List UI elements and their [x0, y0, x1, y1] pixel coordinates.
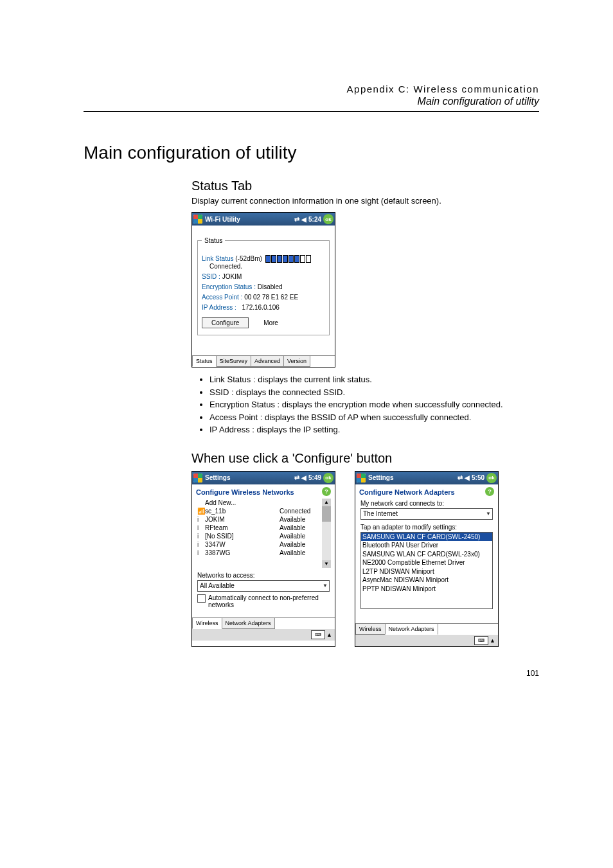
sip-up-icon[interactable]: ▲	[326, 632, 332, 638]
clock: 5:24	[308, 216, 321, 223]
list-item[interactable]: i3387WGAvailable	[196, 549, 322, 557]
titlebar: Wi-Fi Utility ⇄ ◀ 5:24 ok	[192, 213, 335, 226]
sip-up-icon[interactable]: ▲	[490, 637, 495, 644]
tab-status[interactable]: Status	[192, 356, 217, 367]
list-item[interactable]: Bluetooth PAN User Driver	[361, 541, 492, 550]
scroll-down-button[interactable]: ▼	[322, 560, 331, 568]
checkbox-icon	[197, 594, 206, 603]
status-tab-heading: Status Tab	[191, 179, 539, 193]
help-icon[interactable]: ?	[322, 487, 331, 496]
ap-label: Access Point :	[202, 294, 242, 301]
ok-button[interactable]: ok	[323, 473, 333, 483]
bullet-item: IP Address : displays the IP setting.	[209, 424, 539, 436]
configure-heading: When use click a 'Configure' button	[191, 451, 539, 466]
page-number: 101	[84, 669, 539, 678]
screenshot-network-adapters: Settings ⇄ ◀ 5:50 ok ? Configure Network…	[355, 471, 499, 647]
list-item[interactable]: L2TP NDISWAN Miniport	[361, 567, 492, 576]
page-title: Main configuration of utility	[84, 143, 539, 163]
section-title: Configure Wireless Networks	[192, 484, 335, 497]
network-icon: i	[197, 533, 205, 540]
list-item[interactable]: PPTP NDISWAN Miniport	[361, 585, 492, 594]
status-legend: Status	[202, 237, 225, 244]
header-subtitle: Main configuration of utility	[84, 96, 539, 107]
sip-bar: ⌨ ▲	[192, 629, 335, 641]
list-item[interactable]: iJOKIMAvailable	[196, 515, 322, 524]
window-title: Settings	[205, 474, 294, 481]
adapter-list[interactable]: SAMSUNG WLAN CF CARD(SWL-2450) Bluetooth…	[360, 532, 493, 609]
encryption-label: Encryption Status :	[202, 283, 256, 290]
auto-connect-checkbox[interactable]: Automatically connect to non-preferred n…	[197, 594, 330, 608]
scroll-up-button[interactable]: ▲	[322, 499, 331, 506]
tab-network-adapters[interactable]: Network Adapters	[385, 624, 438, 635]
configure-button[interactable]: Configure	[202, 317, 249, 328]
ok-button[interactable]: ok	[323, 214, 333, 224]
signal-bars-icon	[265, 255, 311, 263]
tab-wireless[interactable]: Wireless	[355, 624, 386, 635]
connects-to-dropdown[interactable]: The Internet	[360, 508, 493, 520]
window-title: Settings	[368, 474, 458, 481]
list-item[interactable]: i3347WAvailable	[196, 540, 322, 549]
ssid-value: JOKIM	[222, 273, 242, 280]
screenshot-wifi-utility: Wi-Fi Utility ⇄ ◀ 5:24 ok Status Link St…	[191, 212, 335, 368]
bullet-item: Link Status : displays the current link …	[209, 374, 539, 385]
clock: 5:49	[308, 474, 321, 481]
clock: 5:50	[472, 474, 484, 481]
tab-advanced[interactable]: Advanced	[251, 356, 284, 367]
tab-wireless[interactable]: Wireless	[192, 618, 222, 629]
ok-button[interactable]: ok	[486, 473, 497, 483]
speaker-icon[interactable]: ◀	[301, 474, 306, 481]
encryption-value: Disabled	[258, 283, 283, 290]
link-status-label: Link Status	[202, 255, 233, 262]
ssid-label: SSID :	[202, 273, 220, 280]
ip-value: 172.16.0.106	[242, 304, 280, 311]
network-icon: 📶	[197, 508, 205, 515]
bullet-item: SSID : displays the connected SSID.	[209, 387, 539, 398]
window-title: Wi-Fi Utility	[205, 216, 294, 223]
keyboard-icon[interactable]: ⌨	[474, 636, 488, 645]
ip-label: IP Address :	[202, 304, 236, 311]
status-frame: Status Link Status (-52dBm) Connected. S…	[197, 237, 330, 335]
speaker-icon[interactable]: ◀	[301, 216, 306, 223]
connectivity-icon[interactable]: ⇄	[458, 474, 463, 481]
network-icon: i	[197, 524, 205, 531]
bullet-item: Encryption Status : displays the encrypt…	[209, 399, 539, 411]
ap-value: 00 02 78 E1 62 EE	[244, 294, 298, 301]
list-item[interactable]: SAMSUNG WLAN CF CARD(SWL-23x0)	[361, 550, 492, 559]
start-flag-icon[interactable]	[193, 474, 202, 483]
signal-dbm: (-52dBm)	[235, 255, 262, 262]
network-icon: i	[197, 549, 205, 556]
connectivity-icon[interactable]: ⇄	[294, 216, 299, 223]
status-tab-lead: Display current connection information i…	[191, 196, 539, 206]
list-item[interactable]: SAMSUNG WLAN CF CARD(SWL-2450)	[361, 533, 492, 542]
appendix-title: Appendix C: Wireless communication	[84, 84, 539, 94]
connectivity-icon[interactable]: ⇄	[294, 474, 299, 481]
networks-to-access-dropdown[interactable]: All Available	[197, 580, 330, 592]
speaker-icon[interactable]: ◀	[465, 474, 470, 481]
networks-to-access-label: Networks to access:	[197, 572, 330, 579]
more-button[interactable]: More	[254, 318, 287, 328]
list-item[interactable]: Add New...	[196, 499, 322, 507]
tap-adapter-label: Tap an adapter to modify settings:	[360, 524, 493, 531]
sip-bar: ⌨ ▲	[355, 635, 498, 646]
help-icon[interactable]: ?	[485, 487, 494, 496]
start-flag-icon[interactable]	[193, 215, 202, 224]
list-item[interactable]: 📶sc_11bConnected	[196, 507, 322, 515]
list-item[interactable]: AsyncMac NDISWAN Miniport	[361, 576, 492, 585]
connects-to-label: My network card connects to:	[360, 500, 493, 507]
status-bullets: Link Status : displays the current link …	[191, 374, 539, 436]
connected-text: Connected.	[209, 263, 325, 270]
list-item[interactable]: i[No SSID]Available	[196, 532, 322, 540]
start-flag-icon[interactable]	[357, 474, 366, 483]
list-item[interactable]: iRFteamAvailable	[196, 524, 322, 532]
tab-network-adapters[interactable]: Network Adapters	[222, 618, 275, 629]
section-title: Configure Network Adapters	[355, 484, 498, 497]
keyboard-icon[interactable]: ⌨	[311, 630, 325, 639]
tab-sitesurvey[interactable]: SiteSurvey	[216, 356, 252, 367]
screenshot-wireless-settings: Settings ⇄ ◀ 5:49 ok ? Configure Wireles…	[191, 471, 335, 647]
list-item[interactable]: NE2000 Compatible Ethernet Driver	[361, 558, 492, 567]
tab-version[interactable]: Version	[283, 356, 310, 367]
running-header: Appendix C: Wireless communication Main …	[84, 84, 539, 112]
network-icon	[197, 499, 205, 506]
network-list[interactable]: ▲ ▼ Add New... 📶sc_11bConnected iJOKIMAv…	[196, 499, 331, 568]
scroll-thumb[interactable]	[322, 506, 331, 522]
